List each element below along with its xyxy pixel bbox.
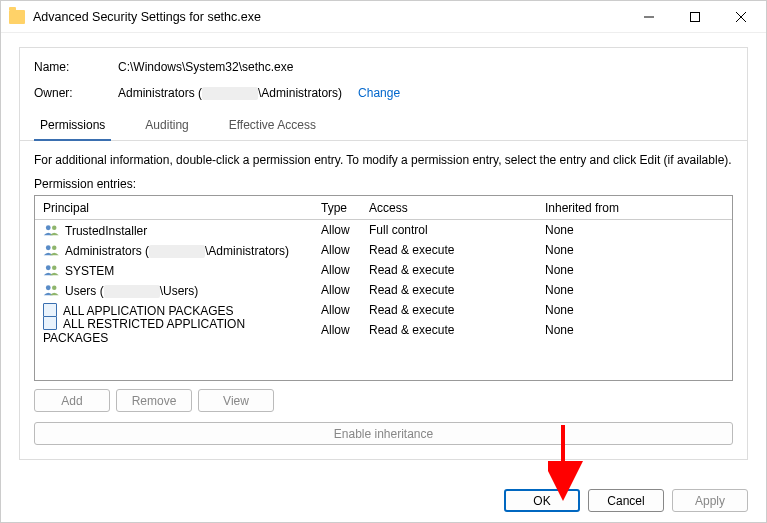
svg-point-5 — [52, 225, 57, 230]
inherited-text: None — [537, 319, 732, 341]
svg-point-11 — [52, 285, 57, 290]
package-icon — [43, 316, 57, 330]
redacted-text — [149, 245, 205, 258]
change-owner-link[interactable]: Change — [358, 86, 400, 100]
redacted-text — [104, 285, 160, 298]
redacted-text — [202, 87, 258, 100]
svg-point-10 — [46, 285, 51, 290]
name-value: C:\Windows\System32\sethc.exe — [118, 60, 293, 74]
window-title: Advanced Security Settings for sethc.exe — [33, 10, 261, 24]
folder-icon — [9, 10, 25, 24]
table-row[interactable]: SYSTEMAllowRead & executeNone — [35, 260, 732, 280]
owner-value: Administrators (\Administrators) — [118, 86, 342, 100]
owner-label: Owner: — [34, 86, 118, 100]
access-text: Read & execute — [361, 259, 537, 281]
principal-text: SYSTEM — [65, 264, 114, 278]
table-row[interactable]: Administrators (\Administrators)AllowRea… — [35, 240, 732, 260]
type-text: Allow — [313, 299, 361, 321]
access-text: Read & execute — [361, 239, 537, 261]
col-principal[interactable]: Principal — [35, 197, 313, 219]
svg-point-9 — [52, 265, 57, 270]
tab-auditing[interactable]: Auditing — [139, 112, 194, 140]
type-text: Allow — [313, 279, 361, 301]
table-row[interactable]: TrustedInstallerAllowFull controlNone — [35, 220, 732, 240]
inherited-text: None — [537, 299, 732, 321]
users-icon — [43, 243, 63, 257]
entries-label: Permission entries: — [34, 177, 733, 191]
cancel-button[interactable]: Cancel — [588, 489, 664, 512]
table-row[interactable]: ALL RESTRICTED APPLICATION PACKAGESAllow… — [35, 320, 732, 340]
grid-header[interactable]: Principal Type Access Inherited from — [35, 196, 732, 220]
tab-effective-access[interactable]: Effective Access — [223, 112, 322, 140]
access-text: Read & execute — [361, 319, 537, 341]
enable-inheritance-button[interactable]: Enable inheritance — [34, 422, 733, 445]
principal-text: Administrators ( — [65, 244, 149, 258]
users-icon — [43, 223, 63, 237]
col-inherited[interactable]: Inherited from — [537, 197, 732, 219]
remove-button[interactable]: Remove — [116, 389, 192, 412]
apply-button[interactable]: Apply — [672, 489, 748, 512]
maximize-button[interactable] — [672, 2, 718, 32]
titlebar: Advanced Security Settings for sethc.exe — [1, 1, 766, 33]
table-row[interactable]: Users (\Users)AllowRead & executeNone — [35, 280, 732, 300]
close-button[interactable] — [718, 2, 764, 32]
add-button[interactable]: Add — [34, 389, 110, 412]
inherited-text: None — [537, 239, 732, 261]
inherited-text: None — [537, 279, 732, 301]
svg-point-6 — [46, 245, 51, 250]
type-text: Allow — [313, 319, 361, 341]
type-text: Allow — [313, 219, 361, 241]
owner-row: Owner: Administrators (\Administrators) … — [34, 86, 733, 100]
permissions-grid[interactable]: Principal Type Access Inherited from Tru… — [34, 195, 733, 381]
svg-rect-1 — [691, 12, 700, 21]
users-icon — [43, 263, 63, 277]
col-type[interactable]: Type — [313, 197, 361, 219]
svg-point-7 — [52, 245, 57, 250]
svg-point-8 — [46, 265, 51, 270]
principal-text: ALL RESTRICTED APPLICATION PACKAGES — [43, 317, 245, 345]
access-text: Full control — [361, 219, 537, 241]
users-icon — [43, 283, 63, 297]
access-text: Read & execute — [361, 299, 537, 321]
access-text: Read & execute — [361, 279, 537, 301]
tabstrip: Permissions Auditing Effective Access — [20, 112, 747, 141]
tab-permissions[interactable]: Permissions — [34, 112, 111, 140]
ok-button[interactable]: OK — [504, 489, 580, 512]
name-row: Name: C:\Windows\System32\sethc.exe — [34, 60, 733, 74]
name-label: Name: — [34, 60, 118, 74]
type-text: Allow — [313, 239, 361, 261]
minimize-button[interactable] — [626, 2, 672, 32]
svg-point-4 — [46, 225, 51, 230]
inherited-text: None — [537, 219, 732, 241]
principal-text: TrustedInstaller — [65, 224, 147, 238]
type-text: Allow — [313, 259, 361, 281]
col-access[interactable]: Access — [361, 197, 537, 219]
principal-text: Users ( — [65, 284, 104, 298]
inherited-text: None — [537, 259, 732, 281]
view-button[interactable]: View — [198, 389, 274, 412]
help-text: For additional information, double-click… — [34, 153, 733, 167]
